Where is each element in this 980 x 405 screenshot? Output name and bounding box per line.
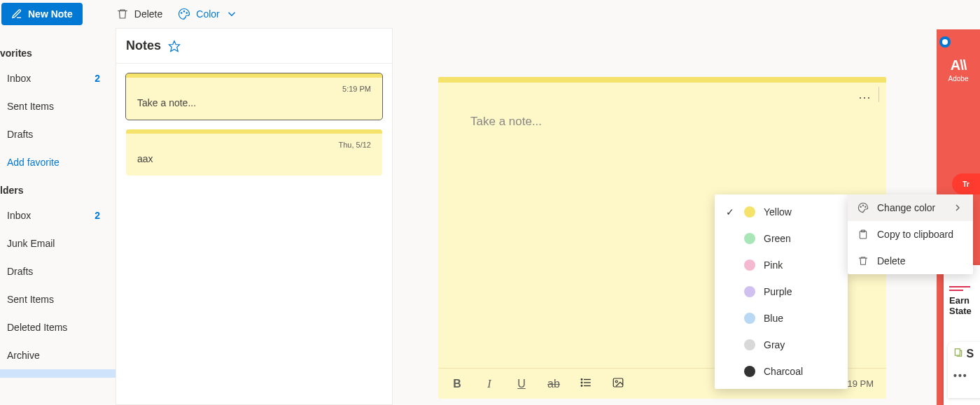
more-options-button[interactable]: ⋯ <box>855 88 875 106</box>
sidebar-item-label: Sent Items <box>7 101 54 112</box>
add-favorite-label: Add favorite <box>7 157 59 168</box>
color-label: Charcoal <box>764 366 803 377</box>
color-label: Gray <box>764 339 785 350</box>
sidebar-item-drafts-fav[interactable]: Drafts <box>0 120 115 148</box>
italic-button[interactable]: I <box>483 378 496 390</box>
adobe-logo-icon: A\\ <box>937 57 980 73</box>
svg-point-2 <box>186 13 188 14</box>
ad-mini-card: S ••• <box>948 342 980 398</box>
color-option-pink[interactable]: Pink <box>715 252 848 278</box>
delete-button[interactable]: Delete <box>116 8 162 20</box>
delete-menuitem[interactable]: Delete <box>848 248 973 274</box>
sidebar-item-label: Deleted Items <box>7 322 67 333</box>
sidebar-item-count: 2 <box>94 210 100 221</box>
svg-point-14 <box>865 206 866 207</box>
color-swatch <box>744 339 755 350</box>
chevron-right-icon <box>952 202 963 213</box>
sidebar-item-label: Sent Items <box>7 294 54 305</box>
svg-rect-10 <box>613 378 623 387</box>
new-note-label: New Note <box>28 8 73 20</box>
folders-header: lders <box>0 179 115 201</box>
trash-icon <box>116 8 129 20</box>
svg-point-11 <box>615 381 617 383</box>
sidebar-item-label: Drafts <box>7 129 33 140</box>
sidebar-item-junk[interactable]: Junk Email <box>0 229 115 257</box>
trash-icon <box>858 255 869 267</box>
ad-card: EarnState S ••• <box>944 265 980 405</box>
sidebar-item-inbox[interactable]: Inbox 2 <box>0 201 115 229</box>
color-option-purple[interactable]: Purple <box>715 278 848 305</box>
note-card[interactable]: Thu, 5/12 aax <box>126 129 382 176</box>
sidebar-item-label: Archive <box>7 350 40 361</box>
sidebar-item-label: Junk Email <box>7 238 55 249</box>
change-color-menuitem[interactable]: Change color <box>848 194 973 221</box>
svg-marker-3 <box>169 41 180 51</box>
note-card[interactable]: 5:19 PM Take a note... <box>126 73 382 120</box>
editor-pane: ⋯ Take a note... B I U ab <box>393 28 980 405</box>
palette-icon <box>178 8 190 20</box>
svg-point-1 <box>184 11 186 13</box>
color-option-charcoal[interactable]: Charcoal <box>715 358 848 385</box>
ellipsis-icon: ••• <box>953 370 980 381</box>
sidebar-item-archive[interactable]: Archive <box>0 341 115 369</box>
color-option-gray[interactable]: Gray <box>715 332 848 358</box>
add-favorite-link[interactable]: Add favorite <box>0 148 115 176</box>
svg-rect-17 <box>955 349 960 355</box>
color-option-yellow[interactable]: ✓ Yellow <box>715 199 848 225</box>
new-note-button[interactable]: New Note <box>1 3 83 25</box>
toolbar: New Note Delete Color <box>0 0 980 28</box>
note-editor: ⋯ Take a note... B I U ab <box>438 77 886 399</box>
delete-label: Delete <box>134 8 162 20</box>
star-icon[interactable] <box>168 40 181 52</box>
adobe-brand-text: Adobe <box>937 75 980 83</box>
color-label: Yellow <box>764 206 792 218</box>
format-toolbar: B I U ab <box>451 376 624 392</box>
sidebar-item-sent-fav[interactable]: Sent Items <box>0 92 115 120</box>
ad-card-title: EarnState <box>949 295 980 316</box>
sidebar-item-label: Inbox <box>7 210 31 221</box>
list-button[interactable] <box>580 376 592 392</box>
color-option-green[interactable]: Green <box>715 225 848 252</box>
underline-button[interactable]: U <box>515 378 528 390</box>
note-text: Take a note... <box>137 97 371 108</box>
color-dropdown[interactable]: Color <box>178 8 237 20</box>
color-label: Purple <box>764 286 792 297</box>
note-time: 5:19 PM <box>137 85 371 93</box>
palette-icon <box>858 202 869 213</box>
notes-title: Notes <box>126 38 161 53</box>
svg-point-0 <box>181 13 183 14</box>
sidebar-item-sent[interactable]: Sent Items <box>0 285 115 313</box>
color-submenu: ✓ Yellow Green Pink Purple <box>715 194 848 389</box>
color-label: Color <box>196 8 219 20</box>
ad-cta-pill[interactable]: Tr <box>952 173 980 194</box>
color-swatch <box>744 260 755 271</box>
privacy-badge-icon[interactable] <box>939 36 951 48</box>
copy-clipboard-menuitem[interactable]: Copy to clipboard <box>848 221 973 248</box>
menuitem-label: Change color <box>877 202 944 213</box>
note-text: aax <box>137 153 371 164</box>
sidebar-item-notes[interactable] <box>0 369 115 378</box>
sidebar-item-deleted[interactable]: Deleted Items <box>0 313 115 341</box>
sidebar-item-inbox-fav[interactable]: Inbox 2 <box>0 64 115 92</box>
svg-point-9 <box>581 385 582 386</box>
menuitem-label: Delete <box>877 255 905 267</box>
color-swatch <box>744 206 755 218</box>
image-button[interactable] <box>612 376 624 392</box>
sidebar: vorites Inbox 2 Sent Items Drafts Add fa… <box>0 28 115 405</box>
svg-point-7 <box>581 378 582 380</box>
color-label: Green <box>764 233 791 244</box>
color-label: Pink <box>764 260 783 271</box>
favorites-header: vorites <box>0 42 115 64</box>
bold-button[interactable]: B <box>451 378 463 390</box>
compose-icon <box>11 8 22 20</box>
sidebar-item-count: 2 <box>94 73 100 84</box>
svg-point-8 <box>581 382 582 383</box>
sidebar-item-label: Drafts <box>7 266 33 277</box>
color-option-blue[interactable]: Blue <box>715 305 848 332</box>
check-icon: ✓ <box>724 206 736 218</box>
strikethrough-button[interactable]: ab <box>547 378 560 390</box>
sidebar-item-drafts[interactable]: Drafts <box>0 257 115 285</box>
sidebar-item-label: Inbox <box>7 73 31 84</box>
clipboard-icon <box>858 229 869 240</box>
color-swatch <box>744 313 755 324</box>
